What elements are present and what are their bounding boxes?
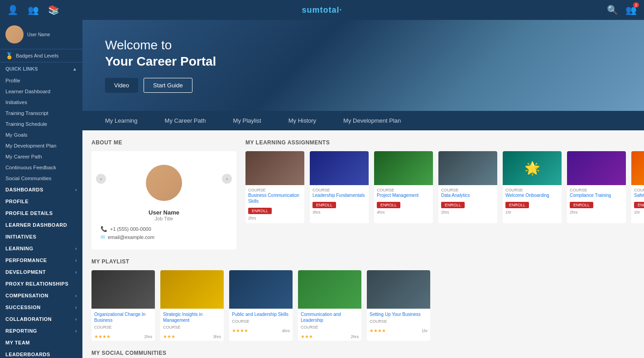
playlist-info-2: Public and Leadership Skills COURSE [229,309,293,326]
sidebar-item-my-goals[interactable]: My Goals [0,129,82,140]
search-icon[interactable]: 🔍 [607,5,618,15]
playlist-actions-1: ★★★ 3hrs [160,332,224,341]
sidebar-item-development-plan[interactable]: My Development Plan [0,140,82,151]
top-navigation: 👤 👥 📚 sumtotal· 🔍 👥 2 [0,0,644,20]
card-btn-1[interactable]: ENROLL [312,202,336,208]
start-guide-button[interactable]: Start Guide [144,78,192,93]
avatar [5,25,24,43]
playlist-thumb-3 [298,270,361,309]
playlist-rating-4: ★★★★ [370,328,386,333]
app-logo: sumtotal· [302,5,342,14]
person-icon[interactable]: 👤 [7,5,19,15]
playlist-duration-1: 3hrs [213,334,221,339]
sidebar-item-social-communities[interactable]: Social Communities [0,173,82,184]
sidebar-category-compensation[interactable]: COMPENSATION› [0,290,82,301]
sidebar-item-career-path[interactable]: My Career Path [0,151,82,162]
about-next-arrow[interactable]: › [222,174,232,184]
playlist-actions-2: ★★★★ 4hrs [229,326,293,335]
sidebar-item-training-transcript[interactable]: Training Transcript [0,108,82,119]
notifications-icon[interactable]: 👥 2 [625,5,637,15]
playlist-thumb-4 [367,270,430,309]
card-btn-3[interactable]: ENROLL [441,202,465,208]
card-name-2: Project Management [377,192,430,198]
playlist-info-3: Communication and Leadership COURSE [298,309,361,332]
card-name-0: Business Communication Skills [248,192,302,204]
playlist-title-0: Organizational Change In Business [94,311,152,323]
about-stats: 📞 +1 (555) 000-0000 ✉ email@example.com [101,226,227,240]
sidebar-category-learning[interactable]: LEARNING› [0,243,82,254]
card-thumb-4: 🌟 [503,151,562,185]
card-btn-0[interactable]: ENROLL [248,208,272,214]
sidebar-category-initiatives[interactable]: INITIATIVES [0,231,82,243]
video-button[interactable]: Video [105,78,138,93]
card-info-5: COURSE Compliance Training ENROLL 2hrs [567,185,626,217]
sidebar-category-performance[interactable]: PERFORMANCE› [0,254,82,266]
communities-section: MY SOCIAL COMMUNITIES [82,350,644,358]
sidebar-category-profile-details[interactable]: PROFILE DETAILS [0,207,82,219]
playlist-rating-1: ★★★ [163,334,175,339]
book-icon[interactable]: 📚 [48,5,59,15]
playlist-card-0: Organizational Change In Business COURSE… [91,270,155,341]
about-prev-arrow[interactable]: ‹ [96,174,106,184]
card-meta-1: 3hrs [312,210,366,215]
tab-my-career-path[interactable]: My Career Path [151,111,220,130]
sidebar-badges[interactable]: 🏅 Badges And Levels [0,49,82,62]
sidebar-item-initiatives[interactable]: Initiatives [0,97,82,108]
sidebar-category-my-team[interactable]: MY TEAM [0,337,82,348]
sidebar-category-reporting[interactable]: REPORTING› [0,325,82,337]
sidebar-category-dashboards[interactable]: DASHBOARDS› [0,184,82,196]
card-category-4: COURSE [505,188,559,192]
quick-links-header[interactable]: QUICK LINKS ▲ [0,62,82,75]
card-name-3: Data Analytics [441,192,495,198]
card-btn-2[interactable]: ENROLL [377,202,400,208]
playlist-actions-0: ★★★★ 2hrs [91,332,155,341]
sidebar-category-profile[interactable]: PROFILE [0,196,82,207]
sidebar-category-leaderboards[interactable]: LEADERBOARDS [0,348,82,358]
avatar-image [5,25,24,43]
quick-links-label: QUICK LINKS [5,66,38,72]
about-email: email@example.com [108,234,154,240]
sidebar-item-learner-dashboard[interactable]: Learner Dashboard [0,86,82,97]
playlist-title-3: Communication and Leadership [301,311,359,323]
playlist-rating-2: ★★★★ [232,328,248,333]
playlist-meta-0: COURSE [94,325,152,329]
quick-links-section: QUICK LINKS ▲ Profile Learner Dashboard … [0,62,82,184]
phone-icon: 📞 [101,226,107,232]
sidebar-item-profile[interactable]: Profile [0,75,82,86]
learning-card-1: COURSE Leadership Fundamentals ENROLL 3h… [310,151,369,223]
playlist-thumb-2 [229,270,293,309]
tab-my-development-plan[interactable]: My Development Plan [330,111,414,130]
notification-badge-count: 2 [633,2,639,8]
card-category-6: COURSE [634,188,644,192]
tab-my-learning[interactable]: My Learning [91,111,151,130]
playlist-duration-3: 2hrs [351,334,359,339]
sidebar-category-succession[interactable]: SUCCESSION› [0,301,82,313]
about-stat-phone: 📞 +1 (555) 000-0000 [101,226,227,232]
learning-card-3: COURSE Data Analytics ENROLL 2hrs [438,151,497,223]
about-me-card: ‹ › User Name Job Title 📞 +1 (555) 000-0… [91,151,236,249]
about-phone: +1 (555) 000-0000 [110,226,151,232]
sidebar-category-development[interactable]: DEVELOPMENT› [0,266,82,278]
card-btn-6[interactable]: ENROLL [634,202,644,208]
card-btn-5[interactable]: ENROLL [570,202,593,208]
sidebar-category-learner-dashboard[interactable]: LEARNER DASHBOARD [0,219,82,231]
card-meta-3: 2hrs [441,210,495,215]
card-meta-6: 1hr [634,210,644,215]
sidebar-category-collaboration[interactable]: COLLABORATION› [0,313,82,325]
sidebar-category-proxy-relationships[interactable]: PROXY RELATIONSHIPS [0,278,82,290]
sidebar-item-continuous-feedback[interactable]: Continuous Feedback [0,162,82,173]
sidebar-item-training-schedule[interactable]: Training Schedule [0,119,82,129]
learning-card-0: COURSE Business Communication Skills ENR… [245,151,304,223]
top-nav-left: 👤 👥 📚 [7,5,59,15]
playlist-card-1: Strategic Insights in Management COURSE … [160,270,224,341]
tab-my-history[interactable]: My History [275,111,330,130]
playlist-meta-2: COURSE [232,319,290,324]
email-icon: ✉ [101,234,105,240]
card-thumb-6 [631,151,644,185]
tab-my-playlist[interactable]: My Playlist [220,111,275,130]
people-icon[interactable]: 👥 [28,5,39,15]
hero-banner: Welcome to Your Career Portal Video Star… [82,20,644,111]
learning-cards: COURSE Business Communication Skills ENR… [245,151,644,223]
learning-section: MY LEARNING ASSIGNMENTS COURSE Business … [245,139,644,249]
card-btn-4[interactable]: ENROLL [505,202,529,208]
